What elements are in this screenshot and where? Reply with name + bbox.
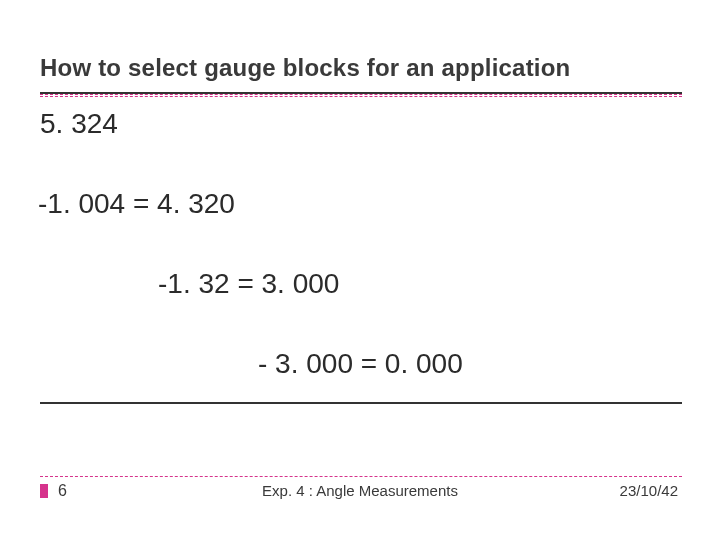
body-line-2: -1. 004 = 4. 320 [38, 188, 235, 220]
slide-title: How to select gauge blocks for an applic… [40, 54, 680, 82]
title-underline [40, 92, 682, 95]
body-line-4: - 3. 000 = 0. 000 [258, 348, 463, 380]
footer-center-text: Exp. 4 : Angle Measurements [0, 482, 720, 499]
footer-date: 23/10/42 [620, 482, 678, 499]
body-line-3: -1. 32 = 3. 000 [158, 268, 339, 300]
slide: How to select gauge blocks for an applic… [0, 0, 720, 540]
footer-divider [40, 476, 682, 477]
bottom-rule [40, 402, 682, 404]
body-line-1: 5. 324 [40, 108, 118, 140]
